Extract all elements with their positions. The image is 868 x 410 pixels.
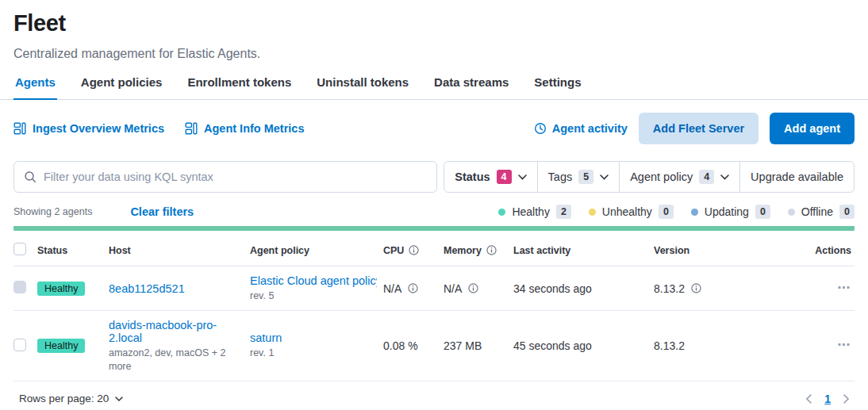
legend-offline[interactable]: Offline 0 [788,205,855,219]
rows-per-page-button[interactable]: Rows per page: 20 [19,393,123,404]
policy-revision: rev. 5 [250,289,377,302]
col-header-last-activity[interactable]: Last activity [513,235,654,266]
agent-activity-button[interactable]: Agent activity [534,122,628,135]
offline-dot-icon [788,209,795,216]
row-checkbox[interactable] [13,339,26,351]
filter-status[interactable]: Status 4 [444,162,536,192]
status-badge: Healthy [37,282,85,296]
dashboard-icon [13,122,26,135]
info-icon[interactable] [408,283,418,293]
col-header-agent-policy[interactable]: Agent policy [250,235,383,266]
agent-row: Healthy 8eab1125d521 Elastic Cloud agent… [13,266,855,311]
add-agent-button[interactable]: Add agent [770,113,855,144]
filter-upgrade-available[interactable]: Upgrade available [739,162,854,192]
host-link[interactable]: 8eab1125d521 [109,282,185,295]
row-checkbox [13,281,26,293]
page-subtitle: Centralized management for Elastic Agent… [13,47,855,61]
agents-table: Status Host Agent policy CPU Memory Last… [13,235,855,381]
filter-agent-policy-label: Agent policy [630,171,693,183]
agent-policy-link[interactable]: saturn [250,331,282,344]
legend-label: Offline [801,205,833,218]
tab-bar: Agents Agent policies Enrollment tokens … [0,72,868,100]
pagination: 1 [806,393,849,405]
filter-agent-policy[interactable]: Agent policy 4 [619,162,739,192]
agent-info-metrics-link[interactable]: Agent Info Metrics [185,122,304,135]
col-header-actions: Actions [787,235,855,266]
chevron-right-icon [843,394,849,404]
info-icon[interactable] [468,283,478,293]
clear-filters-link[interactable]: Clear filters [130,205,194,218]
page-number-1[interactable]: 1 [824,393,831,405]
filter-status-count: 4 [497,170,512,184]
kql-search-input[interactable] [44,171,427,183]
tab-uninstall-tokens[interactable]: Uninstall tokens [315,72,410,99]
row-actions-button[interactable] [836,281,851,297]
clock-icon [534,122,547,135]
cpu-value: N/A [383,282,401,295]
dashboard-icon [185,122,198,135]
legend-count: 0 [839,205,855,219]
last-activity-value: 45 seconds ago [513,339,592,352]
filter-upgrade-available-label: Upgrade available [751,171,843,183]
tab-agent-policies[interactable]: Agent policies [79,72,164,99]
updating-dot-icon [691,209,698,216]
next-page-button[interactable] [843,394,849,404]
status-badge: Healthy [37,339,85,353]
select-all-checkbox[interactable] [13,243,26,255]
col-header-memory[interactable]: Memory [444,235,513,266]
row-actions-button[interactable] [836,338,851,354]
add-fleet-server-button[interactable]: Add Fleet Server [639,113,759,144]
col-header-version[interactable]: Version [654,235,787,266]
chevron-down-icon [720,174,729,180]
metric-link-label: Ingest Overview Metrics [33,122,164,135]
showing-agents-count: Showing 2 agents [13,206,92,217]
fleet-page: Fleet Centralized management for Elastic… [0,10,868,405]
memory-value: N/A [444,282,462,295]
legend-unhealthy[interactable]: Unhealthy 0 [589,205,674,219]
search-icon [24,171,36,183]
rows-per-page-label: Rows per page: 20 [19,393,109,404]
tab-settings[interactable]: Settings [532,72,582,99]
status-legend: Healthy 2 Unhealthy 0 Updating 0 Offline… [498,205,855,219]
cpu-value: 0.08 % [383,339,418,352]
policy-revision: rev. 1 [250,347,377,359]
chevron-left-icon [806,394,812,404]
agent-activity-label: Agent activity [552,122,628,135]
chevron-down-icon [518,174,527,180]
host-link[interactable]: davids-macbook-pro-2.local [109,319,217,344]
legend-healthy[interactable]: Healthy 2 [498,205,570,219]
chevron-down-icon [115,397,123,401]
page-title: Fleet [13,10,855,36]
agent-policy-link[interactable]: Elastic Cloud agent policy [250,274,377,287]
filter-tags-count: 5 [578,170,593,184]
boxes-horizontal-icon [838,339,850,350]
col-header-cpu[interactable]: CPU [383,235,444,266]
tab-agents[interactable]: Agents [13,72,57,100]
col-header-host[interactable]: Host [109,235,250,266]
previous-page-button[interactable] [806,394,812,404]
version-value: 8.13.2 [654,282,685,295]
legend-label: Unhealthy [602,205,652,218]
boxes-horizontal-icon [838,282,850,293]
agent-row: Healthy davids-macbook-pro-2.local amazo… [13,311,855,381]
tab-data-streams[interactable]: Data streams [432,72,510,99]
info-icon[interactable] [486,245,497,255]
legend-label: Updating [705,205,749,218]
toolbar: Ingest Overview Metrics Agent Info Metri… [13,113,855,144]
filter-tags[interactable]: Tags 5 [537,162,620,192]
legend-count: 2 [556,205,571,219]
tab-enrollment-tokens[interactable]: Enrollment tokens [186,72,293,99]
version-value: 8.13.2 [654,339,685,352]
chevron-down-icon [600,174,609,180]
info-icon[interactable] [409,245,419,255]
filter-status-label: Status [455,171,490,183]
col-header-status[interactable]: Status [37,235,109,266]
metric-link-label: Agent Info Metrics [204,122,304,135]
ingest-overview-metrics-link[interactable]: Ingest Overview Metrics [13,122,164,135]
healthy-dot-icon [498,209,505,216]
legend-count: 0 [755,205,770,219]
kql-search-box[interactable] [13,161,437,193]
info-icon[interactable] [691,283,701,293]
legend-count: 0 [659,205,674,219]
legend-updating[interactable]: Updating 0 [691,205,770,219]
